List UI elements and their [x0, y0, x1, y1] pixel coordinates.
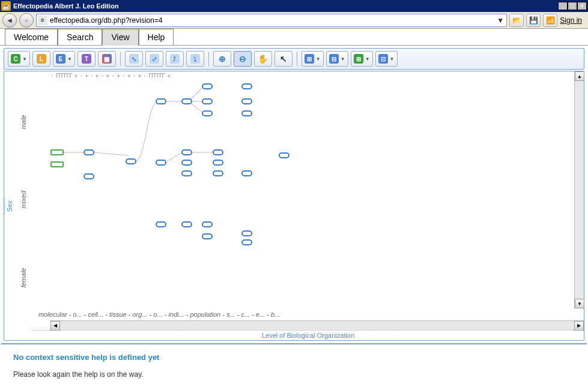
diagram-node[interactable]: [241, 230, 252, 236]
view-toolbar: C▼ L E▼ T ▦ ⤡ ⤢ ⤴ ⤵ ⊕ ⊖ ✋ ↖ ⊞▼ ⊟▼ ⊞▼ ⊡▼: [4, 48, 584, 70]
ytick-male: male: [16, 83, 31, 161]
diagram-node[interactable]: [181, 160, 192, 166]
tool-t-button[interactable]: T: [77, 51, 95, 67]
address-bar: ◄ ● ≡ ▼ 📂 💾 📶 Sign in: [0, 12, 588, 29]
cursor-button[interactable]: ↖: [274, 51, 292, 67]
app-icon: ☕: [1, 1, 11, 11]
forward-button[interactable]: ●: [19, 13, 34, 28]
diagram-node[interactable]: [202, 221, 213, 227]
diagram-canvas[interactable]: - ГГГГГГ + - + - + - + - + - + - + - ГГГ…: [32, 71, 574, 308]
save-button[interactable]: 💾: [526, 14, 541, 27]
diagram-node[interactable]: [181, 149, 192, 155]
diagram-node[interactable]: [181, 98, 192, 104]
diagram-node[interactable]: [156, 160, 166, 166]
scroll-up-button[interactable]: ▲: [575, 71, 584, 81]
tool-expand1-button[interactable]: ⤡: [125, 51, 143, 67]
diagram-node[interactable]: [156, 98, 166, 104]
tool-expand3-button[interactable]: ⤴: [166, 51, 184, 67]
diagram-node[interactable]: [241, 110, 252, 116]
diagram-node[interactable]: [213, 149, 223, 155]
diagram-node[interactable]: [83, 173, 94, 179]
scroll-right-button[interactable]: ▶: [574, 321, 584, 331]
tool-l-button[interactable]: L: [32, 51, 50, 67]
maximize-button[interactable]: □: [568, 2, 577, 10]
tool-c-button[interactable]: C▼: [8, 51, 30, 67]
url-field-wrap: ≡ ▼: [36, 14, 507, 27]
diagram-node[interactable]: [156, 221, 166, 227]
diagram-node[interactable]: [181, 221, 192, 227]
tool-expand4-button[interactable]: ⤵: [186, 51, 204, 67]
open-folder-button[interactable]: 📂: [509, 14, 524, 27]
diagram-node[interactable]: [213, 170, 223, 176]
layout2-button[interactable]: ⊟▼: [326, 51, 348, 67]
horizontal-scrollbar[interactable]: ◀ ▶: [50, 320, 584, 330]
y-axis-label: Sex: [4, 198, 14, 214]
window-title: Effectopedia Albert J. Leo Edition: [13, 2, 119, 10]
diagram-node[interactable]: [202, 98, 213, 104]
signin-link[interactable]: Sign in: [560, 16, 582, 25]
diagram-workspace: Sex male mixed female - ГГГГГГ + - + - +…: [4, 71, 584, 341]
back-button[interactable]: ◄: [2, 13, 17, 28]
ytick-female: female: [16, 239, 31, 316]
diagram-node[interactable]: [202, 233, 213, 239]
diagram-node[interactable]: [241, 239, 252, 245]
url-dropdown[interactable]: ▼: [496, 16, 505, 25]
window-titlebar: ☕ Effectopedia Albert J. Leo Edition _ □…: [0, 0, 588, 12]
diagram-node[interactable]: [202, 110, 213, 116]
diagram-node[interactable]: [181, 170, 192, 176]
minimize-button[interactable]: _: [558, 2, 568, 10]
diagram-node[interactable]: [213, 160, 223, 166]
tool-grid-button[interactable]: ▦: [98, 51, 116, 67]
diagram-node[interactable]: [279, 152, 289, 158]
layout1-button[interactable]: ⊞▼: [302, 51, 324, 67]
tab-welcome[interactable]: Welcome: [5, 29, 58, 45]
main-tabs: Welcome Search View Help: [0, 29, 588, 46]
help-title: No context sensitive help is defined yet: [13, 353, 575, 362]
x-axis-ticks: molecular - o... - cell... - tissue - or…: [32, 308, 584, 320]
url-input[interactable]: [50, 16, 496, 25]
tool-e-button[interactable]: E▼: [53, 51, 75, 67]
top-ruler: - ГГГГГГ + - + - + - + - + - + - + - ГГГ…: [32, 73, 565, 80]
diagram-node[interactable]: [241, 83, 252, 89]
diagram-node[interactable]: [241, 170, 252, 176]
x-axis-label: Level of Biological Organization: [32, 330, 584, 340]
layout3-button[interactable]: ⊞▼: [351, 51, 373, 67]
scroll-down-button[interactable]: ▼: [575, 299, 584, 308]
ytick-mixed: mixed: [16, 161, 31, 238]
diagram-node[interactable]: [50, 149, 64, 155]
zoom-out-button[interactable]: ⊖: [234, 51, 252, 67]
pan-button[interactable]: ✋: [254, 51, 272, 67]
diagram-node[interactable]: [241, 98, 252, 104]
zoom-in-button[interactable]: ⊕: [213, 51, 231, 67]
page-icon: ≡: [38, 16, 47, 25]
scroll-left-button[interactable]: ◀: [50, 321, 60, 331]
help-panel: No context sensitive help is defined yet…: [1, 343, 587, 384]
broadcast-button[interactable]: 📶: [543, 14, 557, 27]
y-axis-ticks: male mixed female: [14, 71, 32, 340]
diagram-node[interactable]: [50, 161, 64, 167]
diagram-node[interactable]: [83, 149, 94, 155]
tab-help[interactable]: Help: [139, 29, 174, 45]
layout4-button[interactable]: ⊡▼: [375, 51, 398, 67]
help-text: Please look again the help is on the way…: [13, 370, 575, 379]
diagram-node[interactable]: [126, 158, 136, 164]
diagram-node[interactable]: [202, 83, 213, 89]
close-button[interactable]: ×: [577, 2, 587, 10]
tool-expand2-button[interactable]: ⤢: [145, 51, 163, 67]
tab-search[interactable]: Search: [58, 29, 102, 45]
vertical-scrollbar[interactable]: ▲ ▼: [574, 71, 584, 308]
tab-view[interactable]: View: [102, 29, 138, 46]
